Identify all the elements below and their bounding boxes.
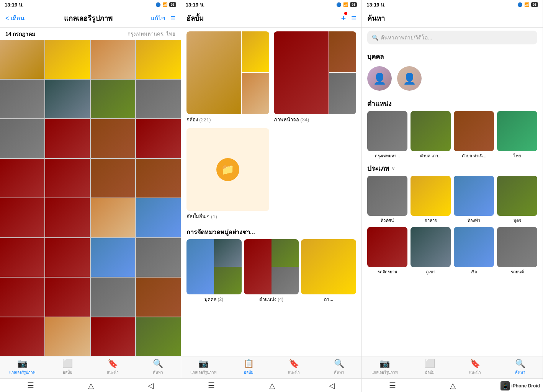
photo-cell[interactable] — [0, 40, 44, 79]
collection-item-location[interactable]: ตำแหน่ง (4) — [244, 239, 299, 303]
menu-icon-gallery[interactable]: ☰ — [170, 15, 175, 22]
home-sys-btn[interactable]: △ — [88, 381, 94, 390]
recommend-tab-label: แนะนำ — [107, 369, 119, 375]
category-item-mountain[interactable]: ภูเขา — [411, 227, 451, 275]
category-item-car[interactable]: รถยนต์ — [497, 227, 537, 275]
photo-cell[interactable] — [0, 80, 44, 119]
photo-cell[interactable] — [91, 278, 135, 317]
photo-cell[interactable] — [45, 238, 90, 277]
photo-cell[interactable] — [91, 40, 135, 79]
place-item-2[interactable]: ตำบล เกา... — [411, 111, 451, 159]
place-thumb-1 — [367, 111, 407, 151]
tab-albums[interactable]: ⬜ อัลบั้ม — [45, 359, 90, 375]
album-item-screenshot[interactable]: ภาพหน้าจอ (34) — [274, 31, 357, 124]
camera-thumb-tr — [242, 31, 269, 72]
photo-cell[interactable] — [136, 119, 180, 158]
photo-cell[interactable] — [45, 40, 90, 79]
edit-button[interactable]: แก้ไข — [151, 14, 165, 23]
photo-cell[interactable] — [45, 80, 90, 119]
albums-tab-label-2: อัลบั้ม — [244, 369, 254, 375]
album-item-other[interactable]: 📁 อัลบั้มอื่น ๆ (1) — [186, 128, 269, 220]
collection-item-person[interactable]: บุคคล (2) — [186, 239, 242, 303]
photo-cell[interactable] — [136, 40, 180, 79]
search-bar[interactable]: 🔍 ค้นหาภาพถ่าย/วิดีโอ... — [367, 31, 537, 44]
tab-recommend-2[interactable]: 🔖 แนะนำ — [272, 359, 317, 375]
home-sys-btn-3[interactable]: △ — [450, 381, 456, 390]
category-item-sky[interactable]: ท้องฟ้า — [454, 176, 494, 224]
place-thumb-3 — [454, 111, 494, 151]
photo-cell[interactable] — [91, 119, 135, 158]
photo-cell[interactable] — [136, 159, 180, 198]
category-item-child[interactable]: บุตร — [497, 176, 537, 224]
photo-cell[interactable] — [136, 80, 180, 119]
menu-icon-albums[interactable]: ☰ — [351, 15, 356, 22]
category-grid-row1: ทิวทัศน์ อาหาร ท้องฟ้า บุตร — [362, 176, 543, 224]
location-text: กรุงเทพมหานคร, ไทย — [128, 30, 175, 38]
person-thumb-3 — [214, 267, 242, 294]
battery-albums: 93 — [350, 2, 357, 7]
tab-search-2[interactable]: 🔍 ค้นหา — [316, 359, 361, 375]
home-sys-btn-2[interactable]: △ — [269, 381, 275, 390]
back-button-gallery[interactable]: < เดือน — [5, 13, 25, 23]
category-item-landscape[interactable]: ทิวทัศน์ — [367, 176, 407, 224]
photo-cell[interactable] — [0, 119, 44, 158]
photo-cell[interactable] — [91, 317, 135, 356]
tab-albums-3[interactable]: ⬜ อัลบั้ม — [407, 359, 452, 375]
photo-cell[interactable] — [45, 119, 90, 158]
photo-cell[interactable] — [45, 278, 90, 317]
photo-cell[interactable] — [136, 278, 180, 317]
album-item-camera[interactable]: กล้อง (221) — [186, 31, 269, 124]
photo-cell[interactable] — [136, 198, 180, 237]
wifi-icon: 📶 — [162, 2, 168, 7]
photo-cell[interactable] — [0, 317, 44, 356]
photo-cell[interactable] — [91, 80, 135, 119]
smart-section-title: การจัดหมวดหมู่อย่างชา... — [181, 224, 362, 239]
search-tab-label: ค้นหา — [153, 369, 163, 375]
photo-cell[interactable] — [45, 317, 90, 356]
photo-cell[interactable] — [45, 198, 90, 237]
photo-cell[interactable] — [45, 159, 90, 198]
category-thumb-sky — [454, 176, 494, 216]
tab-albums-2[interactable]: 📋 อัลบั้ม — [226, 359, 272, 375]
menu-sys-btn-3[interactable]: ☰ — [389, 381, 396, 390]
category-item-food[interactable]: อาหาร — [411, 176, 451, 224]
tab-bar-albums: 📷 แกลเลอรีรูปภาพ 📋 อัลบั้ม 🔖 แนะนำ 🔍 ค้น… — [181, 356, 362, 378]
photo-cell[interactable] — [91, 238, 135, 277]
person-avatar-2[interactable]: 👤 — [397, 66, 422, 91]
place-item-1[interactable]: กรุงเทพมหา... — [367, 111, 407, 159]
place-item-3[interactable]: ตำบล ดำเนิ... — [454, 111, 494, 159]
category-item-boat[interactable]: เรือ — [454, 227, 494, 275]
person-avatar-1[interactable]: 👤 — [367, 66, 392, 91]
back-sys-btn[interactable]: ◁ — [148, 381, 154, 390]
photo-cell[interactable] — [0, 278, 44, 317]
collection-item-camera[interactable]: ถ่า... — [301, 239, 356, 303]
tab-gallery-3[interactable]: 📷 แกลเลอรีรูปภาพ — [362, 359, 407, 375]
categories-section-title: ประเภท — [367, 163, 389, 173]
back-sys-btn-2[interactable]: ◁ — [329, 381, 335, 390]
tab-gallery-2[interactable]: 📷 แกลเลอรีรูปภาพ — [181, 359, 226, 375]
photo-cell[interactable] — [91, 198, 135, 237]
place-item-4[interactable]: ไทย — [497, 111, 537, 159]
category-label-bike: รถจักรยาน — [367, 268, 407, 275]
expand-icon[interactable]: ∨ — [391, 165, 395, 171]
photo-cell[interactable] — [0, 238, 44, 277]
category-item-bike[interactable]: รถจักรยาน — [367, 227, 407, 275]
search-icon: 🔍 — [372, 34, 378, 41]
tab-recommend[interactable]: 🔖 แนะนำ — [90, 359, 136, 375]
tab-search[interactable]: 🔍 ค้นหา — [136, 359, 181, 375]
add-album-button[interactable]: + — [341, 13, 346, 23]
photo-cell[interactable] — [136, 317, 180, 356]
tab-search-3[interactable]: 🔍 ค้นหา — [497, 359, 543, 375]
menu-sys-btn-2[interactable]: ☰ — [208, 381, 215, 390]
tab-recommend-3[interactable]: 🔖 แนะนำ — [452, 359, 497, 375]
category-label-boat: เรือ — [454, 268, 494, 275]
place-label-4: ไทย — [497, 152, 537, 159]
search-tab-icon-2: 🔍 — [334, 359, 344, 369]
photo-cell[interactable] — [91, 159, 135, 198]
tab-gallery[interactable]: 📷 แกลเลอรีรูปภาพ — [0, 359, 45, 375]
photo-cell[interactable] — [0, 159, 44, 198]
photo-cell[interactable] — [0, 198, 44, 237]
menu-sys-btn[interactable]: ☰ — [27, 381, 34, 390]
search-screen: 13:19 น. 🔵 📶 93 ค้นหา 🔍 ค้นหาภาพถ่าย/วิด… — [362, 0, 543, 392]
photo-cell[interactable] — [136, 238, 180, 277]
